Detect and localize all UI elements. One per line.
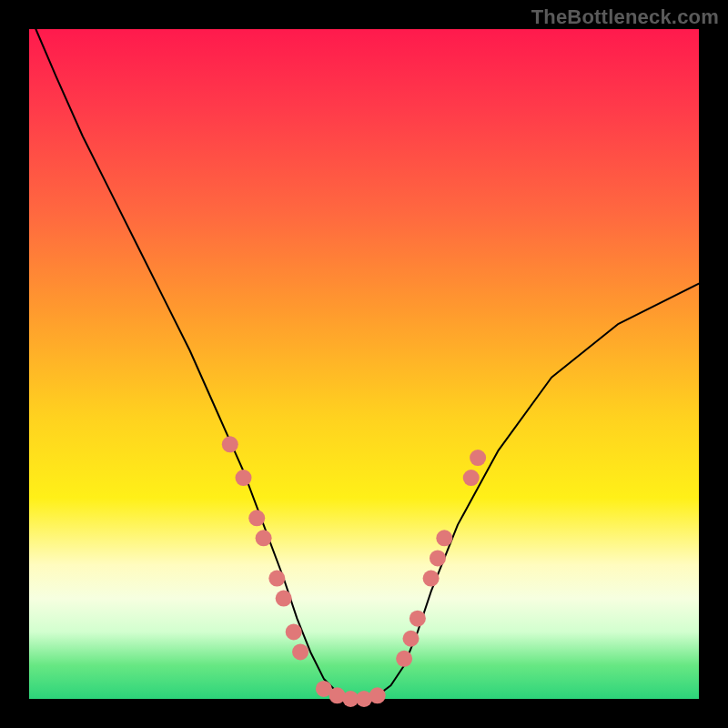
curve-marker <box>256 530 272 546</box>
curve-marker <box>396 651 412 667</box>
curve-marker <box>292 643 308 660</box>
curve-marker <box>430 550 446 566</box>
chart-overlay <box>29 29 699 699</box>
curve-marker <box>222 436 238 452</box>
curve-marker <box>276 591 292 607</box>
bottleneck-curve <box>35 29 699 699</box>
curve-marker <box>268 571 285 587</box>
curve-marker <box>423 571 440 587</box>
curve-marker <box>403 631 420 647</box>
curve-marker <box>369 687 386 703</box>
watermark-text: TheBottleneck.com <box>531 5 719 29</box>
curve-marker <box>436 530 452 546</box>
curve-marker <box>286 623 302 640</box>
curve-marker <box>248 510 265 526</box>
chart-stage: TheBottleneck.com <box>0 0 728 728</box>
curve-marker <box>410 611 426 627</box>
curve-marker <box>236 470 252 486</box>
curve-marker <box>470 450 486 466</box>
curve-markers <box>222 436 486 707</box>
curve-marker <box>463 470 480 486</box>
